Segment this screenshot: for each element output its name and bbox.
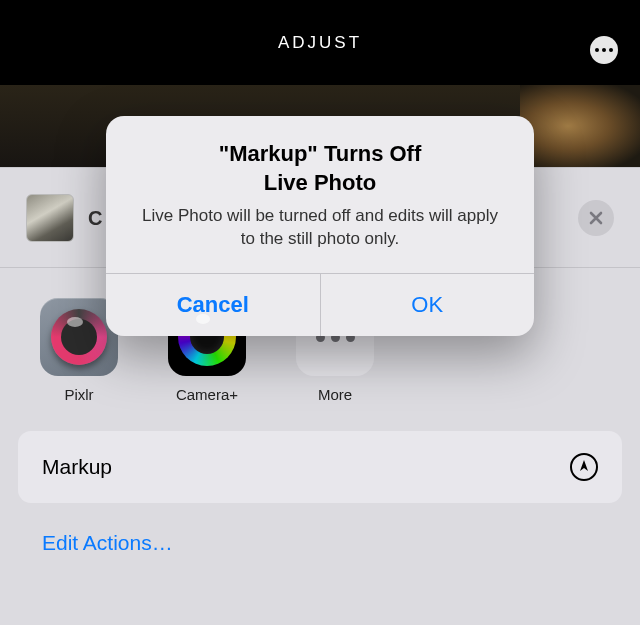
alert-buttons: Cancel OK	[106, 273, 534, 336]
alert-title-line: "Markup" Turns Off	[219, 141, 422, 166]
alert-title: "Markup" Turns Off Live Photo	[136, 140, 504, 197]
alert-body: "Markup" Turns Off Live Photo Live Photo…	[106, 116, 534, 273]
alert-dialog: "Markup" Turns Off Live Photo Live Photo…	[106, 116, 534, 336]
ok-button[interactable]: OK	[321, 274, 535, 336]
alert-message: Live Photo will be turned off and edits …	[136, 205, 504, 251]
alert-title-line: Live Photo	[264, 170, 376, 195]
cancel-button[interactable]: Cancel	[106, 274, 321, 336]
